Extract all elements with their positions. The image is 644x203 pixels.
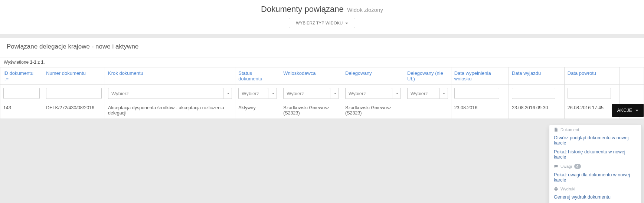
col-data-wyj[interactable]: Data wyjazdu	[509, 67, 565, 85]
cell-numer: DELK/272/430/08/2016	[43, 102, 105, 119]
filter-data-wyp-input[interactable]	[454, 88, 500, 99]
filter-krok-select[interactable]: Wybierz	[108, 88, 223, 99]
cell-krok: Akceptacja dysponenta środków - akceptac…	[105, 102, 235, 119]
cell-wnioskodawca: Szadkowski Gniewosz (S2323)	[280, 102, 342, 119]
col-wnioskodawca[interactable]: Wnioskodawca	[280, 67, 342, 85]
view-switch-wrap: WYBIERZ TYP WIDOKU	[0, 18, 644, 28]
view-type-button[interactable]: WYBIERZ TYP WIDOKU	[289, 18, 355, 28]
view-type-label: WYBIERZ TYP WIDOKU	[296, 21, 343, 25]
cell-delegowany-nie	[404, 102, 451, 119]
cell-delegowany: Szadkowski Gniewosz (S2323)	[342, 102, 404, 119]
section-title: Powiązane delegacje krajowe - nowe i akt…	[0, 38, 644, 57]
filter-data-pow-input[interactable]	[568, 88, 611, 99]
actions-button[interactable]: AKCJE	[612, 104, 644, 117]
document-icon	[554, 127, 558, 132]
header-row: ID dokumentu ↓≡ Numer dokumentu Krok dok…	[0, 67, 644, 85]
filter-row: Wybierz Wybierz Wybierz Wybierz	[0, 85, 644, 102]
cell-actions: AKCJE	[620, 102, 644, 119]
menu-show-history[interactable]: Pokaż historię dokumentu w nowej karcie	[549, 147, 641, 162]
filter-wnioskodawca-select[interactable]: Wybierz	[283, 88, 330, 99]
caret-down-icon	[443, 93, 445, 94]
filter-delegowany-nie-select[interactable]: Wybierz	[407, 88, 439, 99]
filter-id-input[interactable]	[3, 88, 40, 99]
cell-status: Aktywny	[235, 102, 280, 119]
col-actions	[620, 67, 644, 85]
caret-down-icon	[345, 23, 348, 24]
dd-header-wydruki: Wydruki	[549, 184, 641, 193]
cell-data-pow: 26.08.2016 17:45	[564, 102, 620, 119]
col-status[interactable]: Status dokumentu	[235, 67, 280, 85]
menu-open-preview[interactable]: Otwórz podgląd dokumentu w nowej karcie	[549, 133, 641, 147]
print-icon	[554, 187, 558, 191]
col-krok[interactable]: Krok dokumentu	[105, 67, 235, 85]
cell-id: 143	[0, 102, 43, 119]
data-table: ID dokumentu ↓≡ Numer dokumentu Krok dok…	[0, 67, 644, 119]
caret-down-icon	[635, 110, 638, 111]
divider-band	[0, 34, 644, 38]
page-subtitle: Widok złożony	[347, 7, 383, 13]
filter-delegowany-nie-select-btn[interactable]	[439, 88, 448, 99]
col-delegowany[interactable]: Delegowany	[342, 67, 404, 85]
dd-header-dokument: Dokument	[549, 125, 641, 133]
page-header: Dokumenty powiązane Widok złożony WYBIER…	[0, 0, 644, 34]
caret-down-icon	[272, 93, 274, 94]
actions-label: AKCJE	[617, 108, 632, 113]
menu-gen-doc[interactable]: Generuj wydruk dokumentu	[549, 193, 641, 202]
col-data-wyp[interactable]: Data wypełnienia wniosku	[451, 67, 509, 85]
col-data-pow[interactable]: Data powrotu	[564, 67, 620, 85]
cell-data-wyj: 23.08.2016 09:30	[509, 102, 565, 119]
caret-down-icon	[227, 93, 229, 94]
sort-desc-icon: ↓≡	[4, 77, 9, 81]
col-id[interactable]: ID dokumentu ↓≡	[0, 67, 43, 85]
page-title: Dokumenty powiązane	[261, 4, 344, 14]
menu-gen-car-agreement[interactable]: Generuj umowę na samochód	[549, 202, 641, 203]
dd-header-uwagi: Uwagi 4	[549, 162, 641, 170]
col-delegowany-nie[interactable]: Delegowany (nie UŁ)	[404, 67, 451, 85]
comment-icon	[554, 164, 558, 169]
uwagi-count-badge: 4	[574, 164, 581, 169]
caret-down-icon	[396, 93, 398, 94]
caret-down-icon	[334, 93, 336, 94]
filter-delegowany-select-btn[interactable]	[392, 88, 401, 99]
filter-status-select-btn[interactable]	[268, 88, 277, 99]
filter-wnioskodawca-select-btn[interactable]	[330, 88, 339, 99]
menu-show-comments[interactable]: Pokaż uwagi dla dokumentu w nowej karcie	[549, 170, 641, 184]
col-numer[interactable]: Numer dokumentu	[43, 67, 105, 85]
actions-dropdown: Dokument Otwórz podgląd dokumentu w nowe…	[549, 125, 642, 203]
table-row: 143 DELK/272/430/08/2016 Akceptacja dysp…	[0, 102, 644, 119]
result-summary: Wyświetlone 1-1 z 1.	[0, 57, 644, 67]
cell-data-wyp: 23.08.2016	[451, 102, 509, 119]
filter-delegowany-select[interactable]: Wybierz	[345, 88, 392, 99]
filter-data-wyj-input[interactable]	[512, 88, 555, 99]
filter-numer-input[interactable]	[46, 88, 102, 99]
filter-krok-select-btn[interactable]	[223, 88, 232, 99]
page-background	[0, 119, 644, 203]
filter-status-select[interactable]: Wybierz	[238, 88, 268, 99]
